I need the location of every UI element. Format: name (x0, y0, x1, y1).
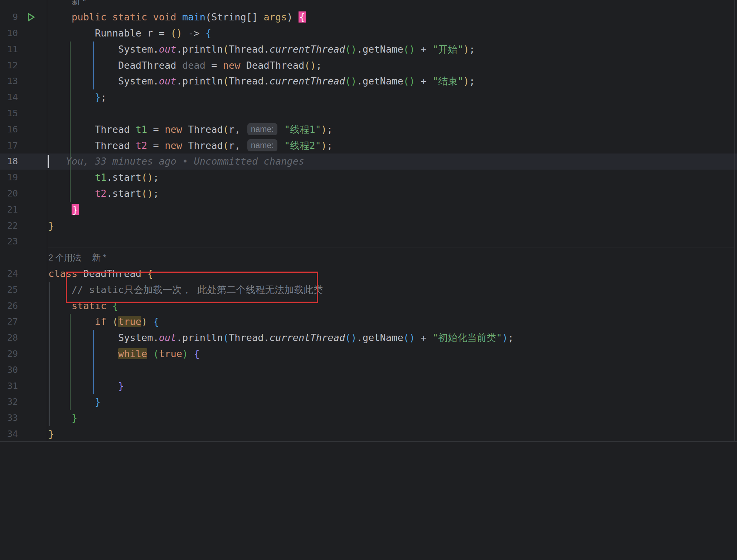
code-line-23[interactable]: 23 (0, 234, 737, 250)
code-text: if (true) { (47, 314, 159, 330)
gutter[interactable]: 33 (0, 410, 47, 426)
code-line-19[interactable]: 19 t1.start(); (0, 170, 737, 186)
line-number[interactable]: 18 (0, 154, 18, 170)
gutter[interactable]: 16 (0, 122, 47, 138)
code-editor[interactable]: 新 *9 public static void main(String[] ar… (0, 0, 737, 441)
code-text: System.out.println(Thread.currentThread(… (47, 73, 475, 89)
code-text: t2.start(); (47, 186, 159, 202)
gutter[interactable]: 32 (0, 394, 47, 410)
run-tool-window: 运行 DeadThreadTest ✕ (0, 441, 737, 560)
text-caret (48, 155, 49, 168)
inlay-hint[interactable]: 2 个用法 (48, 253, 81, 262)
code-line-31[interactable]: 31 } (0, 378, 737, 394)
code-line-16[interactable]: 16 Thread t1 = new Thread(r, name: "线程1"… (0, 122, 737, 138)
code-line-13[interactable]: 13 System.out.println(Thread.currentThre… (0, 73, 737, 89)
gutter[interactable]: 10 (0, 25, 47, 42)
line-number[interactable]: 10 (0, 25, 18, 42)
line-number[interactable]: 25 (0, 282, 18, 298)
line-number[interactable]: 15 (0, 106, 18, 122)
gutter[interactable]: 27 (0, 314, 47, 330)
code-line-18[interactable]: 18 You, 33 minutes ago • Uncommitted cha… (0, 154, 737, 170)
line-number[interactable]: 17 (0, 138, 18, 154)
gutter[interactable]: 9 (0, 9, 47, 25)
inlay-hint-row[interactable]: 新 * (0, 0, 737, 9)
line-number[interactable]: 13 (0, 73, 18, 89)
gutter[interactable]: 25 (0, 282, 47, 298)
code-line-28[interactable]: 28 System.out.println(Thread.currentThre… (0, 330, 737, 346)
parameter-name-hint[interactable]: name: (247, 123, 277, 135)
gutter[interactable]: 22 (0, 218, 47, 234)
line-number[interactable]: 34 (0, 426, 18, 441)
code-text: }; (47, 89, 107, 106)
inlay-hint[interactable]: 新 * (92, 253, 106, 262)
gutter[interactable]: 30 (0, 362, 47, 378)
code-line-14[interactable]: 14 }; (0, 89, 737, 106)
line-number[interactable]: 28 (0, 330, 18, 346)
code-line-10[interactable]: 10 Runnable r = () -> { (0, 25, 737, 42)
code-line-17[interactable]: 17 Thread t2 = new Thread(r, name: "线程2"… (0, 138, 737, 154)
run-main-icon[interactable] (26, 12, 37, 24)
inlay-hint-row[interactable]: 2 个用法新 * (0, 250, 737, 266)
code-line-9[interactable]: 9 public static void main(String[] args)… (0, 9, 737, 25)
code-line-29[interactable]: 29 while (true) { (0, 346, 737, 362)
parameter-name-hint[interactable]: name: (247, 139, 277, 151)
line-number[interactable]: 29 (0, 346, 18, 362)
gutter[interactable]: 11 (0, 42, 47, 58)
code-line-32[interactable]: 32 } (0, 394, 737, 410)
line-number[interactable]: 24 (0, 266, 18, 282)
gutter[interactable]: 12 (0, 58, 47, 74)
line-number[interactable]: 14 (0, 89, 18, 106)
line-number[interactable]: 30 (0, 362, 18, 378)
code-line-34[interactable]: 34} (0, 426, 737, 441)
gutter[interactable]: 28 (0, 330, 47, 346)
editor-scrollbar[interactable] (734, 0, 735, 441)
line-number[interactable]: 11 (0, 42, 18, 58)
editor-rows: 新 *9 public static void main(String[] ar… (0, 0, 737, 441)
line-number[interactable]: 27 (0, 314, 18, 330)
code-line-11[interactable]: 11 System.out.println(Thread.currentThre… (0, 42, 737, 58)
gutter[interactable]: 29 (0, 346, 47, 362)
code-line-30[interactable]: 30 (0, 362, 737, 378)
gutter[interactable]: 31 (0, 378, 47, 394)
code-line-15[interactable]: 15 (0, 106, 737, 122)
code-line-27[interactable]: 27 if (true) { (0, 314, 737, 330)
line-number[interactable]: 32 (0, 394, 18, 410)
code-line-21[interactable]: 21 } (0, 202, 737, 218)
line-number[interactable]: 9 (0, 9, 18, 25)
code-line-20[interactable]: 20 t2.start(); (0, 186, 737, 202)
line-number[interactable]: 33 (0, 410, 18, 426)
code-line-33[interactable]: 33 } (0, 410, 737, 426)
gutter[interactable]: 20 (0, 186, 47, 202)
code-text: public static void main(String[] args) { (47, 9, 306, 25)
code-line-12[interactable]: 12 DeadThread dead = new DeadThread(); (0, 58, 737, 74)
gutter[interactable]: 13 (0, 73, 47, 89)
line-number[interactable]: 23 (0, 234, 18, 250)
code-text: } (47, 410, 77, 426)
gutter[interactable]: 34 (0, 426, 47, 441)
gutter[interactable]: 19 (0, 170, 47, 186)
line-number[interactable]: 12 (0, 58, 18, 74)
gutter[interactable]: 26 (0, 298, 47, 314)
code-line-22[interactable]: 22} (0, 218, 737, 234)
line-number[interactable]: 20 (0, 186, 18, 202)
gutter[interactable]: 17 (0, 138, 47, 154)
line-number[interactable]: 26 (0, 298, 18, 314)
gutter[interactable]: 15 (0, 106, 47, 122)
gutter[interactable] (0, 250, 47, 266)
line-number[interactable]: 19 (0, 170, 18, 186)
gutter[interactable] (0, 0, 47, 9)
gutter[interactable]: 24 (0, 266, 47, 282)
line-number[interactable]: 16 (0, 122, 18, 138)
annotation-box (66, 272, 318, 303)
code-text: Thread t2 = new Thread(r, name: "线程2"); (47, 138, 333, 154)
gutter[interactable]: 21 (0, 202, 47, 218)
line-number[interactable]: 21 (0, 202, 18, 218)
line-number[interactable]: 22 (0, 218, 18, 234)
gutter[interactable]: 18 (0, 154, 47, 170)
inlay-hint[interactable]: 新 * (72, 0, 86, 6)
line-number[interactable]: 31 (0, 378, 18, 394)
gutter[interactable]: 14 (0, 89, 47, 106)
code-text: You, 33 minutes ago • Uncommitted change… (47, 154, 304, 170)
gutter[interactable]: 23 (0, 234, 47, 250)
code-text: DeadThread dead = new DeadThread(); (47, 58, 322, 74)
